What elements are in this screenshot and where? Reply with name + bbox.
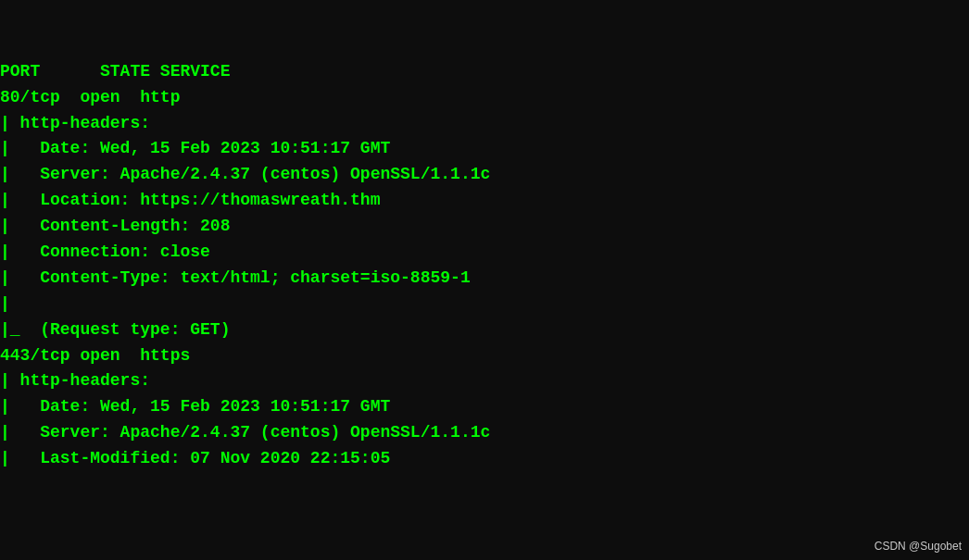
terminal-line: 443/tcp open https bbox=[0, 343, 969, 369]
terminal-line: | Server: Apache/2.4.37 (centos) OpenSSL… bbox=[0, 162, 969, 188]
terminal-line: | http-headers: bbox=[0, 368, 969, 394]
terminal-line: | Last-Modified: 07 Nov 2020 22:15:05 bbox=[0, 446, 969, 472]
terminal-line: | Date: Wed, 15 Feb 2023 10:51:17 GMT bbox=[0, 136, 969, 162]
watermark: CSDN @Sugobet bbox=[875, 540, 962, 553]
terminal-line: | Content-Type: text/html; charset=iso-8… bbox=[0, 266, 969, 292]
terminal-line: |_ (Request type: GET) bbox=[0, 317, 969, 343]
terminal-output: PORT STATE SERVICE80/tcp open http| http… bbox=[0, 0, 969, 505]
terminal-line: | Server: Apache/2.4.37 (centos) OpenSSL… bbox=[0, 420, 969, 446]
terminal-line: | http-headers: bbox=[0, 111, 969, 137]
terminal-line: | bbox=[0, 292, 969, 317]
terminal-line: | Connection: close bbox=[0, 240, 969, 266]
terminal-line: | Location: https://thomaswreath.thm bbox=[0, 188, 969, 214]
terminal-line: PORT STATE SERVICE bbox=[0, 59, 969, 85]
terminal-line: | Content-Length: 208 bbox=[0, 214, 969, 240]
terminal-line: 80/tcp open http bbox=[0, 85, 969, 111]
terminal-line: | Date: Wed, 15 Feb 2023 10:51:17 GMT bbox=[0, 394, 969, 420]
